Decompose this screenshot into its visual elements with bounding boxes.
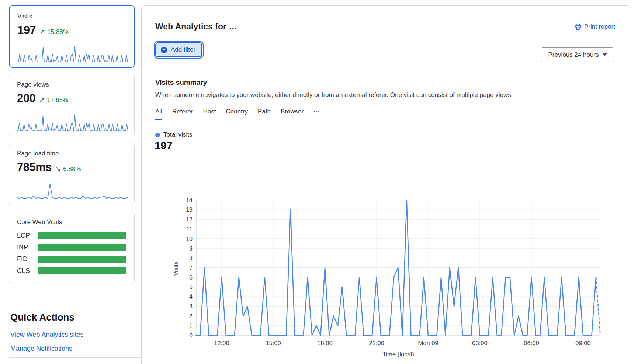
add-filter-label: Add filter <box>171 46 195 53</box>
tab-host[interactable]: Host <box>203 108 216 120</box>
card-title: Page views <box>17 81 126 88</box>
svg-text:12: 12 <box>186 216 193 223</box>
core-web-vitals-card[interactable]: Core Web Vitals LCP INP FID CLS <box>9 211 135 284</box>
visits-value: 197 <box>17 24 36 37</box>
svg-text:12:00: 12:00 <box>214 340 229 346</box>
svg-text:5: 5 <box>189 284 193 290</box>
svg-text:06:00: 06:00 <box>524 340 539 346</box>
time-range-dropdown[interactable]: Previous 24 hours <box>541 47 614 62</box>
cwv-metric-label: INP <box>17 244 38 251</box>
trend-down-icon: ↘ <box>55 165 61 173</box>
svg-text:21:00: 21:00 <box>369 340 384 346</box>
cwv-status-bar-good <box>38 244 126 251</box>
page-load-time-delta: ↘6.88% <box>55 165 81 173</box>
manage-notifications-link[interactable]: Manage Notifications <box>10 345 72 353</box>
plus-circle-icon: + <box>161 47 167 53</box>
svg-text:2: 2 <box>189 313 193 319</box>
chevron-down-icon <box>603 53 607 56</box>
page-views-delta: ↗17.65% <box>39 96 68 104</box>
more-tabs-icon[interactable]: ••• <box>313 109 319 120</box>
printer-icon <box>575 24 581 30</box>
cwv-metric-label: LCP <box>17 232 38 239</box>
visits-line-chart[interactable]: 0123456789101112131412:0015:0018:0021:00… <box>155 174 627 361</box>
web-analytics-dashboard: Visits 197 ↗15.88% Page views 200 ↗17.65… <box>0 0 638 364</box>
header-divider <box>142 63 631 63</box>
visits-sparkline-chart <box>17 45 128 63</box>
svg-text:Visits: Visits <box>173 261 179 276</box>
visits-summary-heading: Visits summary <box>155 78 207 87</box>
svg-text:03:00: 03:00 <box>472 340 487 346</box>
svg-text:11: 11 <box>186 226 193 232</box>
cwv-row-fid: FID <box>17 255 126 263</box>
card-title: Core Web Vitals <box>17 218 126 226</box>
tab-referer[interactable]: Referer <box>172 108 193 120</box>
print-report-link[interactable]: Print report <box>575 23 615 31</box>
trend-up-icon: ↗ <box>39 28 45 36</box>
cwv-metric-label: CLS <box>17 267 38 275</box>
cwv-metric-label: FID <box>17 255 38 263</box>
svg-text:13: 13 <box>186 207 193 213</box>
add-filter-button[interactable]: + Add filter <box>155 42 202 57</box>
view-web-analytics-sites-link[interactable]: View Web Analytics sites <box>10 331 83 339</box>
visits-metric-card[interactable]: Visits 197 ↗15.88% <box>9 5 135 68</box>
page-load-time-metric-card[interactable]: Page load time 785ms ↘6.88% <box>9 143 135 205</box>
page-load-sparkline-chart <box>17 183 128 200</box>
series-color-dot <box>155 133 160 137</box>
trend-up-icon: ↗ <box>39 96 45 104</box>
svg-text:8: 8 <box>189 255 193 261</box>
page-title: Web Analytics for … <box>155 22 237 32</box>
page-views-value: 200 <box>17 92 35 105</box>
svg-text:18:00: 18:00 <box>317 340 332 346</box>
page-views-metric-card[interactable]: Page views 200 ↗17.65% <box>9 74 135 136</box>
cwv-row-cls: CLS <box>17 267 126 275</box>
tab-country[interactable]: Country <box>226 108 248 120</box>
svg-text:9: 9 <box>189 245 193 252</box>
svg-text:09:00: 09:00 <box>575 340 590 346</box>
tab-path[interactable]: Path <box>258 108 271 120</box>
cwv-status-bar-good <box>38 232 126 239</box>
chart-legend: Total visits <box>155 131 192 139</box>
cwv-row-lcp: LCP <box>17 232 126 239</box>
svg-text:10: 10 <box>186 236 193 242</box>
svg-text:7: 7 <box>189 265 193 271</box>
svg-text:6: 6 <box>189 274 193 281</box>
page-views-sparkline-chart <box>17 114 128 132</box>
svg-text:Mon 09: Mon 09 <box>418 340 438 346</box>
quick-actions-heading: Quick Actions <box>10 312 74 323</box>
card-title: Page load time <box>17 150 126 157</box>
card-title: Visits <box>17 13 126 20</box>
analytics-main-panel: Web Analytics for … Print report + Add f… <box>141 5 631 364</box>
svg-text:Time (local): Time (local) <box>382 351 414 357</box>
svg-text:14: 14 <box>186 197 193 203</box>
svg-text:4: 4 <box>189 294 193 300</box>
page-load-time-value: 785ms <box>17 161 52 174</box>
cwv-row-inp: INP <box>17 244 126 251</box>
metrics-sidebar: Visits 197 ↗15.88% Page views 200 ↗17.65… <box>9 5 135 364</box>
visits-delta: ↗15.88% <box>39 28 69 36</box>
dimension-tabs: All Referer Host Country Path Browser ••… <box>155 108 320 120</box>
svg-text:15:00: 15:00 <box>266 340 281 346</box>
time-range-value: Previous 24 hours <box>548 51 599 59</box>
svg-text:0: 0 <box>189 332 193 339</box>
tab-browser[interactable]: Browser <box>281 108 304 120</box>
tab-all[interactable]: All <box>155 108 162 120</box>
print-report-label: Print report <box>584 23 615 31</box>
series-name: Total visits <box>163 131 192 139</box>
cwv-status-bar-good <box>38 267 126 274</box>
sidebar-divider <box>9 357 145 358</box>
svg-text:1: 1 <box>189 323 193 329</box>
svg-text:3: 3 <box>189 303 193 309</box>
cwv-status-bar-good <box>38 256 126 263</box>
total-visits-count: 197 <box>155 139 173 152</box>
visits-summary-description: When someone navigates to your website, … <box>155 91 568 99</box>
